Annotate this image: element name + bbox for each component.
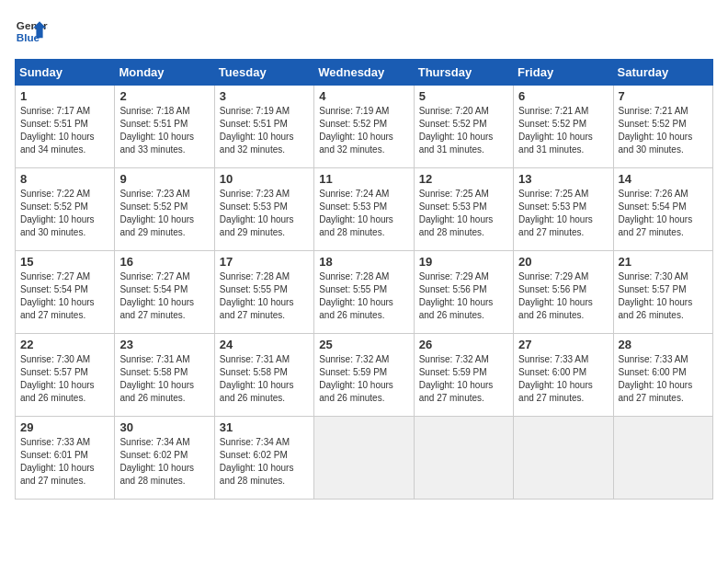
day-info: Sunrise: 7:33 AMSunset: 6:01 PMDaylight:… [20, 436, 109, 488]
col-header-thursday: Thursday [414, 60, 513, 86]
day-number: 11 [319, 172, 408, 186]
calendar-cell: 6Sunrise: 7:21 AMSunset: 5:52 PMDaylight… [514, 86, 613, 168]
calendar-cell: 15Sunrise: 7:27 AMSunset: 5:54 PMDayligh… [16, 251, 115, 334]
calendar-cell: 19Sunrise: 7:29 AMSunset: 5:56 PMDayligh… [414, 251, 513, 334]
week-row-4: 22Sunrise: 7:30 AMSunset: 5:57 PMDayligh… [16, 334, 713, 417]
day-number: 9 [119, 172, 209, 186]
day-number: 22 [20, 338, 109, 351]
calendar-cell: 3Sunrise: 7:19 AMSunset: 5:51 PMDaylight… [214, 86, 313, 168]
day-number: 26 [419, 338, 508, 351]
day-number: 27 [518, 338, 608, 351]
calendar-cell: 17Sunrise: 7:28 AMSunset: 5:55 PMDayligh… [214, 251, 313, 334]
calendar-cell [414, 417, 513, 500]
day-number: 19 [419, 255, 508, 269]
calendar-cell: 25Sunrise: 7:32 AMSunset: 5:59 PMDayligh… [314, 334, 414, 417]
day-number: 6 [518, 89, 608, 103]
day-number: 23 [119, 338, 209, 351]
col-header-tuesday: Tuesday [214, 60, 313, 86]
calendar-cell: 18Sunrise: 7:28 AMSunset: 5:55 PMDayligh… [314, 251, 414, 334]
day-number: 4 [319, 89, 408, 103]
calendar-cell: 5Sunrise: 7:20 AMSunset: 5:52 PMDaylight… [414, 86, 513, 168]
day-number: 20 [518, 255, 608, 269]
col-header-friday: Friday [514, 60, 613, 86]
week-row-3: 15Sunrise: 7:27 AMSunset: 5:54 PMDayligh… [16, 251, 713, 334]
calendar-cell: 2Sunrise: 7:18 AMSunset: 5:51 PMDaylight… [115, 86, 214, 168]
day-info: Sunrise: 7:26 AMSunset: 5:54 PMDaylight:… [619, 188, 708, 239]
calendar-cell: 1Sunrise: 7:17 AMSunset: 5:51 PMDaylight… [16, 86, 115, 168]
calendar-cell: 26Sunrise: 7:32 AMSunset: 5:59 PMDayligh… [414, 334, 513, 417]
calendar-cell: 29Sunrise: 7:33 AMSunset: 6:01 PMDayligh… [16, 417, 115, 500]
calendar-cell: 21Sunrise: 7:30 AMSunset: 5:57 PMDayligh… [613, 251, 712, 334]
calendar-cell: 4Sunrise: 7:19 AMSunset: 5:52 PMDaylight… [314, 86, 414, 168]
calendar-cell: 10Sunrise: 7:23 AMSunset: 5:53 PMDayligh… [214, 168, 313, 251]
day-number: 14 [619, 172, 708, 186]
day-number: 13 [518, 172, 608, 186]
calendar-cell: 13Sunrise: 7:25 AMSunset: 5:53 PMDayligh… [514, 168, 613, 251]
day-info: Sunrise: 7:27 AMSunset: 5:54 PMDaylight:… [119, 270, 209, 322]
day-info: Sunrise: 7:32 AMSunset: 5:59 PMDaylight:… [319, 353, 408, 405]
day-info: Sunrise: 7:32 AMSunset: 5:59 PMDaylight:… [419, 353, 508, 405]
day-info: Sunrise: 7:22 AMSunset: 5:52 PMDaylight:… [20, 188, 109, 239]
day-info: Sunrise: 7:20 AMSunset: 5:52 PMDaylight:… [419, 105, 508, 156]
calendar-cell: 27Sunrise: 7:33 AMSunset: 6:00 PMDayligh… [514, 334, 613, 417]
logo: General Blue [15, 15, 48, 48]
day-info: Sunrise: 7:31 AMSunset: 5:58 PMDaylight:… [220, 353, 309, 405]
day-number: 30 [119, 420, 209, 434]
page-header: General Blue [15, 15, 713, 48]
day-number: 31 [220, 420, 309, 434]
calendar-cell: 12Sunrise: 7:25 AMSunset: 5:53 PMDayligh… [414, 168, 513, 251]
day-number: 12 [419, 172, 508, 186]
calendar-cell: 16Sunrise: 7:27 AMSunset: 5:54 PMDayligh… [115, 251, 214, 334]
calendar-cell: 24Sunrise: 7:31 AMSunset: 5:58 PMDayligh… [214, 334, 313, 417]
calendar-cell: 28Sunrise: 7:33 AMSunset: 6:00 PMDayligh… [613, 334, 712, 417]
day-number: 25 [319, 338, 408, 351]
day-info: Sunrise: 7:18 AMSunset: 5:51 PMDaylight:… [119, 105, 209, 156]
logo-icon: General Blue [15, 15, 48, 48]
calendar-cell [314, 417, 414, 500]
day-info: Sunrise: 7:33 AMSunset: 6:00 PMDaylight:… [518, 353, 608, 405]
day-number: 28 [619, 338, 708, 351]
calendar-cell: 8Sunrise: 7:22 AMSunset: 5:52 PMDaylight… [16, 168, 115, 251]
day-number: 5 [419, 89, 508, 103]
day-info: Sunrise: 7:21 AMSunset: 5:52 PMDaylight:… [619, 105, 708, 156]
day-info: Sunrise: 7:25 AMSunset: 5:53 PMDaylight:… [518, 188, 608, 239]
calendar-table: SundayMondayTuesdayWednesdayThursdayFrid… [15, 59, 713, 500]
calendar-cell [613, 417, 712, 500]
day-info: Sunrise: 7:34 AMSunset: 6:02 PMDaylight:… [119, 436, 209, 488]
day-number: 1 [20, 89, 109, 103]
day-number: 3 [220, 89, 309, 103]
day-number: 17 [220, 255, 309, 269]
day-number: 24 [220, 338, 309, 351]
col-header-monday: Monday [115, 60, 214, 86]
day-number: 29 [20, 420, 109, 434]
col-header-sunday: Sunday [16, 60, 115, 86]
day-number: 15 [20, 255, 109, 269]
day-number: 10 [220, 172, 309, 186]
day-info: Sunrise: 7:33 AMSunset: 6:00 PMDaylight:… [619, 353, 708, 405]
col-header-wednesday: Wednesday [314, 60, 414, 86]
week-row-2: 8Sunrise: 7:22 AMSunset: 5:52 PMDaylight… [16, 168, 713, 251]
day-info: Sunrise: 7:31 AMSunset: 5:58 PMDaylight:… [119, 353, 209, 405]
day-number: 8 [20, 172, 109, 186]
day-info: Sunrise: 7:24 AMSunset: 5:53 PMDaylight:… [319, 188, 408, 239]
day-number: 2 [119, 89, 209, 103]
day-info: Sunrise: 7:30 AMSunset: 5:57 PMDaylight:… [20, 353, 109, 405]
calendar-cell: 14Sunrise: 7:26 AMSunset: 5:54 PMDayligh… [613, 168, 712, 251]
day-info: Sunrise: 7:23 AMSunset: 5:52 PMDaylight:… [119, 188, 209, 239]
week-row-5: 29Sunrise: 7:33 AMSunset: 6:01 PMDayligh… [16, 417, 713, 500]
day-info: Sunrise: 7:23 AMSunset: 5:53 PMDaylight:… [220, 188, 309, 239]
day-info: Sunrise: 7:28 AMSunset: 5:55 PMDaylight:… [319, 270, 408, 322]
calendar-cell: 7Sunrise: 7:21 AMSunset: 5:52 PMDaylight… [613, 86, 712, 168]
day-info: Sunrise: 7:19 AMSunset: 5:52 PMDaylight:… [319, 105, 408, 156]
day-info: Sunrise: 7:19 AMSunset: 5:51 PMDaylight:… [220, 105, 309, 156]
calendar-cell: 31Sunrise: 7:34 AMSunset: 6:02 PMDayligh… [214, 417, 313, 500]
day-number: 16 [119, 255, 209, 269]
calendar-cell: 22Sunrise: 7:30 AMSunset: 5:57 PMDayligh… [16, 334, 115, 417]
calendar-cell: 9Sunrise: 7:23 AMSunset: 5:52 PMDaylight… [115, 168, 214, 251]
day-info: Sunrise: 7:28 AMSunset: 5:55 PMDaylight:… [220, 270, 309, 322]
day-info: Sunrise: 7:25 AMSunset: 5:53 PMDaylight:… [419, 188, 508, 239]
col-header-saturday: Saturday [613, 60, 712, 86]
day-number: 21 [619, 255, 708, 269]
day-number: 7 [619, 89, 708, 103]
day-info: Sunrise: 7:30 AMSunset: 5:57 PMDaylight:… [619, 270, 708, 322]
